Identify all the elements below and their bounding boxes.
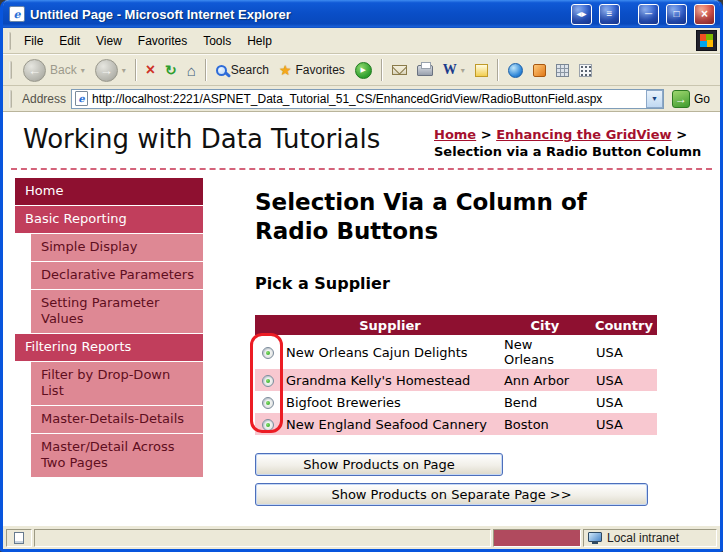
button-stack: Show Products on Page Show Products on S… (255, 453, 685, 506)
table-row: Grandma Kelly's Homestead Ann Arbor USA (255, 369, 657, 391)
title-bar-pane-button[interactable]: ≡ (599, 4, 620, 25)
go-label: Go (694, 92, 710, 106)
country-cell: USA (591, 391, 657, 413)
refresh-button[interactable]: ↻ (161, 60, 181, 80)
menu-view[interactable]: View (88, 31, 130, 51)
menu-grip-handle[interactable] (8, 32, 11, 50)
menu-edit[interactable]: Edit (51, 31, 88, 51)
show-products-separate-page-button[interactable]: Show Products on Separate Page >> (255, 483, 648, 506)
toolbar-grip-handle[interactable] (9, 61, 12, 79)
favorites-star-icon: ★ (279, 62, 292, 78)
favorites-button[interactable]: ★ Favorites (275, 60, 349, 80)
supplier-cell: New England Seafood Cannery (281, 413, 499, 435)
stop-button[interactable]: × (142, 59, 159, 81)
address-grip-handle[interactable] (9, 90, 12, 108)
status-accent-pane (493, 529, 581, 547)
research-button[interactable] (529, 62, 550, 79)
supplier-column-header: Supplier (281, 315, 499, 335)
minimize-button[interactable]: ─ (638, 4, 659, 25)
sidebar-item-filter-by-dropdown-list[interactable]: Filter by Drop-Down List (31, 362, 203, 405)
mail-button[interactable] (388, 63, 411, 77)
menu-help[interactable]: Help (239, 31, 280, 51)
city-cell: Boston (499, 413, 591, 435)
table-header-row: Supplier City Country (255, 315, 657, 335)
browser-window: e Untitled Page - Microsoft Internet Exp… (0, 0, 723, 552)
sidebar-nav: Home Basic Reporting Simple Display Decl… (15, 178, 203, 513)
back-button[interactable]: ← Back ▾ (19, 57, 89, 84)
forward-icon: → (95, 59, 118, 82)
edit-button[interactable] (471, 62, 492, 79)
toolbar-separator (205, 59, 207, 81)
supplier-radio-button[interactable] (262, 397, 274, 409)
title-bar-pan-button[interactable]: ◂▸ (571, 4, 592, 25)
back-label: Back (50, 63, 77, 77)
refresh-icon: ↻ (165, 62, 177, 78)
menu-file[interactable]: File (16, 31, 51, 51)
sidebar-item-declarative-parameters[interactable]: Declarative Parameters (31, 262, 203, 289)
windows-flag-icon (700, 34, 713, 47)
supplier-radio-button[interactable] (262, 347, 274, 359)
supplier-radio-button[interactable] (262, 375, 274, 387)
security-zone-pane: Local intranet (583, 529, 717, 547)
toolbar-separator (381, 59, 383, 81)
breadcrumb-separator: > (676, 127, 687, 142)
address-input[interactable] (92, 92, 642, 106)
table-row: New Orleans Cajun Delights New Orleans U… (255, 335, 657, 369)
home-button[interactable]: ⌂ (183, 60, 200, 81)
menu-favorites[interactable]: Favorites (130, 31, 195, 51)
search-button[interactable]: Search (212, 61, 273, 79)
back-icon: ← (23, 59, 46, 82)
status-bar: Local intranet (3, 525, 720, 549)
sidebar-item-basic-reporting[interactable]: Basic Reporting (15, 206, 203, 233)
media-button[interactable]: ▶ (351, 60, 376, 81)
breadcrumb-section-link[interactable]: Enhancing the GridView (496, 127, 671, 142)
city-cell: Bend (499, 391, 591, 413)
calculator-button[interactable] (552, 62, 573, 79)
quick-tabs-button[interactable] (575, 62, 596, 79)
forward-button[interactable]: → ▾ (91, 57, 130, 84)
status-message-pane (34, 529, 491, 547)
print-button[interactable] (413, 63, 437, 78)
page-icon: e (75, 91, 88, 106)
sidebar-item-master-detail-two-pages[interactable]: Master/Detail Across Two Pages (31, 434, 203, 477)
city-cell: Ann Arbor (499, 369, 591, 391)
sidebar-item-master-details-details[interactable]: Master-Details-Details (31, 406, 203, 433)
menu-bar: File Edit View Favorites Tools Help (3, 28, 720, 54)
sidebar-item-simple-display[interactable]: Simple Display (31, 234, 203, 261)
go-button[interactable]: → Go (669, 90, 716, 108)
address-field: e ▼ (71, 89, 664, 109)
window-title: Untitled Page - Microsoft Internet Explo… (30, 7, 564, 22)
supplier-cell: Bigfoot Breweries (281, 391, 499, 413)
close-button[interactable]: × (694, 4, 715, 25)
suppliers-gridview: Supplier City Country New Orleans Cajun … (255, 315, 657, 435)
address-label: Address (22, 92, 66, 106)
sidebar-item-setting-parameter-values[interactable]: Setting Parameter Values (31, 290, 203, 333)
supplier-radio-button[interactable] (262, 419, 274, 431)
sidebar-item-filtering-reports[interactable]: Filtering Reports (15, 334, 203, 361)
local-intranet-icon (588, 532, 602, 542)
country-cell: USA (591, 369, 657, 391)
radio-column-header (255, 315, 281, 335)
page-title: Selection Via a Column of Radio Buttons (255, 188, 615, 246)
site-title: Working with Data Tutorials (23, 124, 380, 160)
grid-icon (579, 64, 592, 77)
menu-tools[interactable]: Tools (195, 31, 239, 51)
breadcrumb-home-link[interactable]: Home (434, 127, 476, 142)
show-products-on-page-button[interactable]: Show Products on Page (255, 453, 503, 476)
sidebar-item-home[interactable]: Home (15, 178, 203, 205)
address-dropdown-button[interactable]: ▼ (646, 90, 663, 108)
document-icon (14, 532, 24, 544)
site-header: Working with Data Tutorials Home > Enhan… (3, 112, 720, 162)
maximize-button[interactable]: □ (666, 4, 687, 25)
word-icon: W (443, 62, 457, 78)
edit-icon (475, 64, 488, 77)
edit-with-word-button[interactable]: W ▾ (439, 60, 469, 80)
table-row: New England Seafood Cannery Boston USA (255, 413, 657, 435)
supplier-cell: New Orleans Cajun Delights (281, 335, 499, 369)
toolbar-separator (497, 59, 499, 81)
address-bar: Address e ▼ → Go (3, 86, 720, 112)
ie-app-icon: e (9, 6, 25, 22)
main-content: Selection Via a Column of Radio Buttons … (255, 178, 685, 513)
country-cell: USA (591, 413, 657, 435)
messenger-button[interactable] (504, 61, 527, 80)
